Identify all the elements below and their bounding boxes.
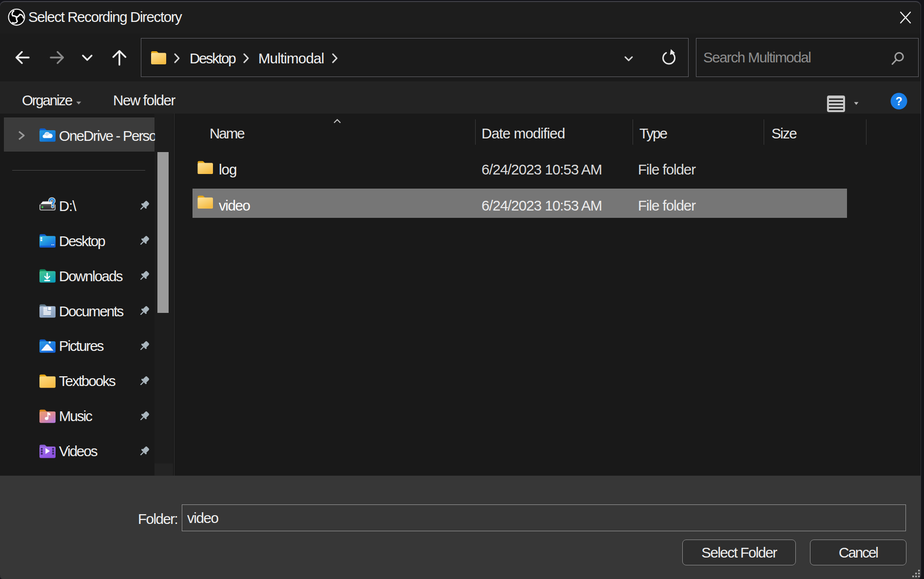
svg-text:?: ? <box>895 95 902 108</box>
